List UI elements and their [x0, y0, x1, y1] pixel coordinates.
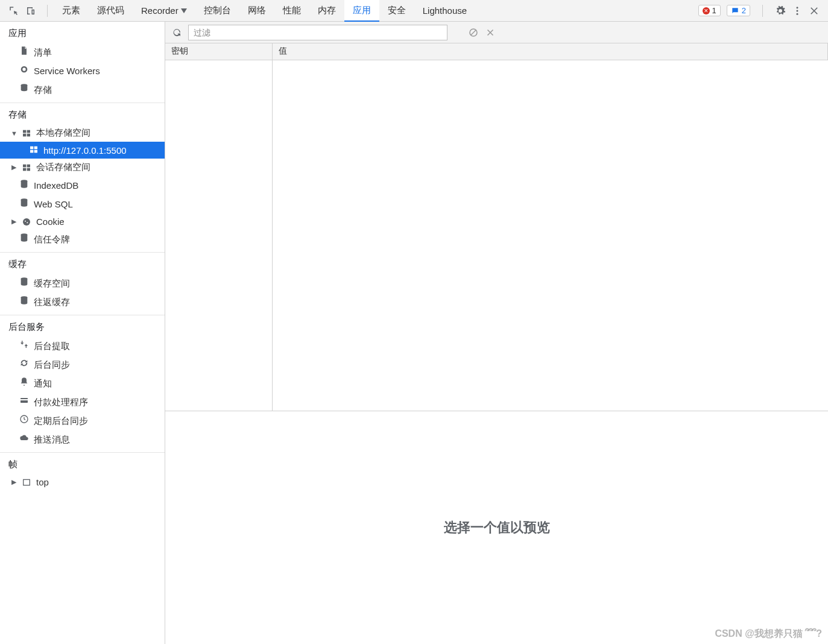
tab-lighthouse[interactable]: Lighthouse	[414, 0, 475, 21]
section-storage: 存储 ▼ 本地存储空间 http://127.0.0.1:5500 ▶ 会话存储…	[0, 103, 165, 248]
inspect-icon[interactable]	[8, 5, 19, 16]
tab-elements[interactable]: 元素	[54, 0, 89, 21]
preview-empty-text: 选择一个值以预览	[444, 519, 550, 537]
sidebar-item-label: Service Workers	[34, 65, 100, 77]
chevron-right-icon: ▶	[11, 478, 17, 486]
sidebar-item-manifest[interactable]: 清单	[0, 43, 165, 62]
svg-rect-14	[23, 168, 26, 171]
sidebar-item-label: Web SQL	[34, 198, 73, 210]
storage-grid: 密钥 值	[165, 43, 828, 411]
more-icon[interactable]	[792, 5, 803, 16]
card-icon	[19, 396, 29, 408]
sync-icon	[19, 358, 29, 371]
sidebar-item-bf-cache[interactable]: 往返缓存	[0, 292, 165, 311]
sidebar-item-session-storage[interactable]: ▶ 会话存储空间	[0, 159, 165, 176]
sidebar-item-label: 通知	[34, 377, 52, 390]
column-value[interactable]: 值	[273, 43, 828, 60]
section-application: 应用 清单 Service Workers 存储	[0, 22, 165, 99]
refresh-icon[interactable]	[171, 27, 182, 38]
grid-header: 密钥 值	[165, 43, 828, 60]
sidebar-item-trust-tokens[interactable]: 信任令牌	[0, 230, 165, 248]
sidebar-item-frame-top[interactable]: ▶ top	[0, 474, 165, 490]
gear-icon[interactable]	[775, 5, 786, 16]
error-icon: ✕	[703, 7, 710, 14]
sidebar-item-cookie[interactable]: ▶ Cookie	[0, 213, 165, 230]
grid-body[interactable]	[165, 60, 828, 411]
svg-rect-8	[30, 146, 33, 149]
cookie-icon	[22, 217, 31, 227]
sidebar-item-indexeddb[interactable]: IndexedDB	[0, 176, 165, 195]
section-bg-services: 后台服务 后台提取 后台同步 通知 付款处理程序 定期后台同步	[0, 315, 165, 449]
clear-icon[interactable]	[485, 27, 496, 38]
tab-memory[interactable]: 内存	[309, 0, 344, 21]
separator	[762, 5, 763, 17]
database-icon	[19, 233, 29, 245]
devtools-tabbar: 元素 源代码 Recorder 控制台 网络 性能 内存 应用 安全 Light…	[0, 0, 828, 22]
tab-network[interactable]: 网络	[239, 0, 274, 21]
sidebar-item-bg-fetch[interactable]: 后台提取	[0, 336, 165, 355]
block-icon[interactable]	[468, 27, 479, 38]
sidebar-item-label: 缓存空间	[34, 277, 70, 289]
tab-application[interactable]: 应用	[344, 0, 379, 21]
database-icon	[19, 198, 29, 210]
section-cache-title: 缓存	[0, 253, 165, 274]
device-toggle-icon[interactable]	[25, 5, 36, 16]
svg-point-19	[25, 220, 26, 221]
sidebar-item-cache-storage[interactable]: 缓存空间	[0, 274, 165, 292]
svg-rect-4	[23, 130, 26, 133]
bell-icon	[19, 377, 29, 390]
errors-badge[interactable]: ✕ 1	[698, 5, 721, 16]
sidebar-item-label: 推送消息	[34, 434, 70, 446]
sidebar-item-label: 信任令牌	[34, 233, 70, 245]
sidebar-item-label: top	[36, 477, 49, 487]
sidebar-item-local-storage[interactable]: ▼ 本地存储空间	[0, 124, 165, 142]
svg-rect-9	[34, 146, 37, 149]
svg-point-18	[23, 218, 30, 226]
svg-point-0	[797, 7, 798, 8]
section-storage-title: 存储	[0, 103, 165, 124]
database-icon	[19, 83, 29, 96]
section-bg-title: 后台服务	[0, 315, 165, 336]
sidebar-item-notifications[interactable]: 通知	[0, 374, 165, 393]
tabs: 元素 源代码 Recorder 控制台 网络 性能 内存 应用 安全 Light…	[54, 0, 475, 21]
sidebar-item-payment[interactable]: 付款处理程序	[0, 393, 165, 411]
tab-security[interactable]: 安全	[379, 0, 414, 21]
watermark: CSDN @我想养只猫 ՞՞՞?	[715, 628, 822, 640]
tab-recorder-label: Recorder	[141, 5, 179, 16]
close-icon[interactable]	[809, 5, 820, 16]
database-icon	[19, 295, 29, 308]
svg-rect-15	[27, 168, 30, 171]
right-panel: 密钥 值 选择一个值以预览 CSDN @我想养只猫 ՞՞՞?	[165, 22, 828, 644]
sidebar-item-periodic-sync[interactable]: 定期后台同步	[0, 411, 165, 430]
gear-icon	[19, 65, 29, 77]
sidebar: 应用 清单 Service Workers 存储 存储 ▼ 本地存储空间	[0, 22, 165, 644]
table-icon	[22, 163, 31, 172]
preview-pane: 选择一个值以预览 CSDN @我想养只猫 ՞՞՞?	[165, 411, 828, 644]
column-key[interactable]: 密钥	[165, 43, 273, 60]
filter-input[interactable]	[188, 25, 447, 40]
messages-badge[interactable]: 2	[727, 5, 750, 16]
sidebar-item-websql[interactable]: Web SQL	[0, 195, 165, 213]
tab-recorder[interactable]: Recorder	[133, 0, 195, 21]
sidebar-item-label: 后台提取	[34, 340, 70, 352]
svg-rect-11	[34, 150, 37, 153]
sidebar-item-push[interactable]: 推送消息	[0, 430, 165, 449]
tab-console[interactable]: 控制台	[195, 0, 239, 21]
svg-rect-7	[27, 133, 30, 136]
file-icon	[19, 46, 29, 58]
database-icon	[19, 277, 29, 289]
sidebar-item-label: 定期后台同步	[34, 415, 88, 427]
chevron-down-icon: ▼	[11, 130, 17, 137]
sidebar-item-service-workers[interactable]: Service Workers	[0, 62, 165, 80]
tab-sources[interactable]: 源代码	[89, 0, 133, 21]
sidebar-item-bg-sync[interactable]: 后台同步	[0, 355, 165, 374]
section-application-title: 应用	[0, 22, 165, 43]
sidebar-item-local-storage-origin[interactable]: http://127.0.0.1:5500	[0, 142, 165, 159]
tab-performance[interactable]: 性能	[274, 0, 309, 21]
section-frames-title: 帧	[0, 453, 165, 474]
sidebar-item-label: 会话存储空间	[36, 162, 90, 173]
cloud-icon	[19, 433, 29, 446]
sidebar-item-storage[interactable]: 存储	[0, 80, 165, 99]
chevron-right-icon: ▶	[11, 163, 17, 171]
svg-rect-27	[24, 479, 30, 485]
